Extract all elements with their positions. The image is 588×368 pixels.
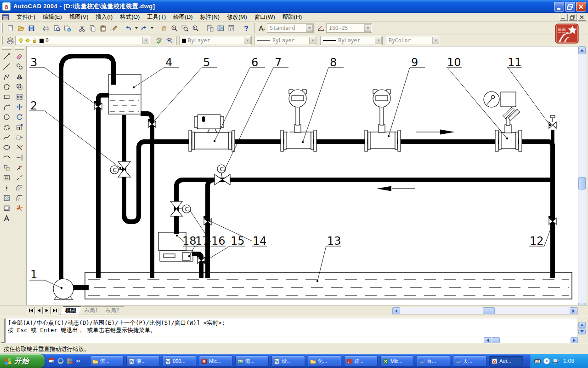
scroll-down-button[interactable] xyxy=(578,328,586,334)
chamfer-button[interactable] xyxy=(14,183,25,193)
taskbar-autocad-task[interactable]: Aut... xyxy=(489,356,523,367)
chevron-down-icon[interactable] xyxy=(244,37,251,44)
prev-tab-button[interactable] xyxy=(35,307,43,314)
taskbar-word-task[interactable]: 液... xyxy=(126,356,160,367)
paste-button[interactable] xyxy=(98,23,108,34)
undo-button[interactable] xyxy=(123,23,134,34)
region-button[interactable] xyxy=(1,203,12,213)
menu-format[interactable]: 格式(O) xyxy=(116,13,143,22)
open-button[interactable] xyxy=(16,23,26,34)
menu-tools[interactable]: 工具(T) xyxy=(143,13,170,22)
scroll-thumb[interactable] xyxy=(492,337,500,343)
child-minimize-button[interactable] xyxy=(560,14,568,21)
scroll-right-button[interactable] xyxy=(571,337,578,343)
pan-button[interactable] xyxy=(158,23,169,34)
zoom-previous-button[interactable] xyxy=(190,23,201,34)
ellipse-button[interactable] xyxy=(1,142,12,152)
drawing-canvas[interactable]: .pipe-o { fill:none; stroke:#000; stroke… xyxy=(26,46,578,305)
redo-button[interactable] xyxy=(139,23,149,34)
tool-palettes-button[interactable] xyxy=(226,23,237,34)
taskbar-ie-task[interactable]: 天... xyxy=(453,356,486,367)
taskbar-word-task[interactable]: 050... xyxy=(163,356,196,367)
scroll-left-button[interactable] xyxy=(392,307,400,314)
extend-button[interactable] xyxy=(14,152,25,162)
polyline-button[interactable] xyxy=(1,71,12,81)
taskbar-word-task[interactable]: 设... xyxy=(271,356,305,367)
keyboard-ime-icon[interactable] xyxy=(534,357,541,365)
undo-dropdown[interactable] xyxy=(134,23,139,34)
vertical-scrollbar[interactable] xyxy=(578,46,586,311)
tab-layout1[interactable]: 布局1 xyxy=(79,306,103,315)
stretch-button[interactable] xyxy=(14,132,25,142)
mirror-button[interactable] xyxy=(14,71,25,81)
toolbar-grip[interactable] xyxy=(175,36,177,45)
break-button[interactable] xyxy=(14,172,25,183)
menu-window[interactable]: 窗口(W) xyxy=(251,13,279,22)
explode-button[interactable] xyxy=(14,203,25,213)
menu-view[interactable]: 视图(V) xyxy=(66,13,92,22)
restore-button[interactable] xyxy=(565,2,575,12)
toolbar-grip[interactable] xyxy=(15,47,24,50)
scroll-thumb[interactable] xyxy=(578,177,586,190)
last-tab-button[interactable] xyxy=(51,307,58,314)
linetype-combo[interactable]: ByLayer xyxy=(254,36,317,45)
hatch-button[interactable] xyxy=(1,193,12,203)
scroll-left-button[interactable] xyxy=(484,337,491,343)
fillet-button[interactable] xyxy=(14,193,25,203)
toolbar-grip[interactable] xyxy=(1,23,3,33)
close-button[interactable] xyxy=(576,2,586,12)
taskbar-ie-task[interactable]: 百... xyxy=(417,356,450,367)
matchprop-button[interactable] xyxy=(108,23,119,34)
next-tab-button[interactable] xyxy=(43,307,51,314)
copy-object-button[interactable] xyxy=(14,61,25,71)
lineweight-combo[interactable]: ByLayer xyxy=(320,36,383,45)
arc-button[interactable] xyxy=(1,102,12,112)
offset-button[interactable] xyxy=(14,81,25,92)
break-at-point-button[interactable] xyxy=(14,162,25,172)
scroll-up-button[interactable] xyxy=(578,46,586,54)
toolbar-grip[interactable] xyxy=(1,36,3,45)
spline-button[interactable] xyxy=(1,132,12,142)
rotate-button[interactable] xyxy=(14,112,25,122)
minimize-button[interactable] xyxy=(554,2,564,12)
plot-button[interactable] xyxy=(41,23,51,34)
layer-previous-button[interactable] xyxy=(164,36,174,46)
help-button[interactable] xyxy=(241,23,251,34)
tab-layout2[interactable]: 布局2 xyxy=(100,306,124,315)
show-desktop-icon[interactable] xyxy=(48,357,55,365)
chevron-down-icon[interactable] xyxy=(142,37,149,44)
command-scrollbar[interactable] xyxy=(578,322,586,334)
command-window-grip[interactable] xyxy=(1,319,5,343)
properties-button[interactable] xyxy=(205,23,215,34)
taskbar-red-app-task[interactable]: Mic... xyxy=(199,356,232,367)
menu-help[interactable]: 帮助(H) xyxy=(279,13,305,22)
scroll-right-button[interactable] xyxy=(570,307,577,314)
text-style-button[interactable] xyxy=(256,23,267,34)
make-block-button[interactable] xyxy=(1,172,12,183)
array-button[interactable] xyxy=(14,92,25,102)
taskbar-excel-task[interactable]: Mic... xyxy=(380,356,414,367)
insert-block-button[interactable] xyxy=(1,162,12,172)
horizontal-scrollbar[interactable] xyxy=(392,307,578,315)
make-object-layer-current-button[interactable] xyxy=(154,36,164,46)
dim-style-button[interactable] xyxy=(316,23,326,34)
text-style-combo[interactable]: Standard xyxy=(267,23,314,33)
scroll-up-button[interactable] xyxy=(578,322,586,328)
ssreader-logo[interactable] xyxy=(555,23,579,44)
menu-dimension[interactable]: 标注(N) xyxy=(197,13,223,22)
tab-model[interactable]: 模型 xyxy=(60,306,81,315)
zoom-window-button[interactable] xyxy=(180,23,190,34)
taskbar-ss-reader-task[interactable]: 超... xyxy=(344,356,378,367)
chevron-down-icon[interactable] xyxy=(364,24,371,32)
cut-button[interactable] xyxy=(77,23,87,34)
save-button[interactable] xyxy=(26,23,37,34)
point-button[interactable] xyxy=(1,183,12,193)
media-player-icon[interactable] xyxy=(66,357,74,365)
taskbar-image-task[interactable]: 流... xyxy=(235,356,269,367)
display-settings-icon[interactable] xyxy=(552,357,560,365)
toolbar-grip[interactable] xyxy=(2,47,11,50)
taskbar-folder-task[interactable]: 化... xyxy=(308,356,341,367)
construction-line-button[interactable] xyxy=(1,61,12,71)
rectangle-button[interactable] xyxy=(1,92,12,102)
child-restore-button[interactable] xyxy=(569,14,577,21)
